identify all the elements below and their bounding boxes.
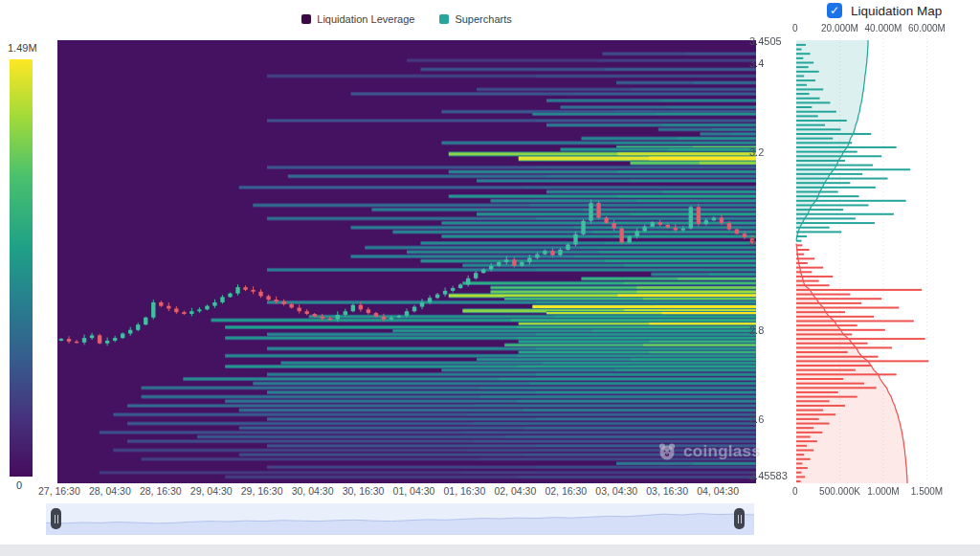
legend-item-liquidation-leverage[interactable]: Liquidation Leverage: [301, 13, 414, 25]
legend-label: Liquidation Leverage: [317, 13, 414, 25]
liquidation-map-axis-label: 1.000M: [860, 486, 906, 497]
legend-label: Supercharts: [455, 13, 511, 25]
liquidation-heatmap-canvas[interactable]: [57, 40, 756, 483]
liquidation-map-axis-label: 0: [792, 486, 798, 497]
liquidation-map-toggle[interactable]: ✓ Liquidation Map: [827, 3, 942, 18]
time-axis: 27, 16:3028, 04:3028, 16:3029, 04:3029, …: [38, 485, 739, 497]
time-tick-label: 01, 04:30: [393, 485, 435, 497]
price-tick-label: 2.8: [749, 324, 764, 336]
time-tick-label: 02, 16:30: [545, 485, 587, 497]
price-tick-label: 3.4: [749, 57, 764, 69]
legend-item-supercharts[interactable]: Supercharts: [439, 13, 511, 25]
colorbar-max-label: 1.49M: [8, 42, 37, 54]
liquidation-map-axis-label: 0: [792, 23, 798, 33]
watermark-text: coinglass: [683, 442, 761, 461]
price-tick-label: 3.2: [749, 146, 764, 158]
liquidation-map-toggle-label: Liquidation Map: [851, 4, 942, 18]
time-tick-label: 30, 04:30: [292, 485, 334, 497]
liquidation-map-canvas[interactable]: [794, 33, 976, 484]
range-navigator-canvas[interactable]: [46, 503, 754, 535]
checkbox-checked-icon[interactable]: ✓: [827, 3, 842, 18]
price-tick-label: 3.4505: [749, 35, 782, 47]
time-tick-label: 28, 16:30: [140, 485, 182, 497]
colorbar-min-label: 0: [16, 479, 22, 491]
liquidation-map-axis-label: 500.000K: [817, 486, 863, 497]
time-tick-label: 30, 16:30: [343, 485, 385, 497]
coinglass-bear-icon: [657, 441, 678, 462]
time-tick-label: 03, 04:30: [595, 485, 637, 497]
liquidation-leverage-swatch-icon: [301, 14, 311, 24]
time-tick-label: 02, 04:30: [494, 485, 536, 497]
time-tick-label: 01, 16:30: [444, 485, 486, 497]
navigator-right-handle[interactable]: [734, 508, 745, 529]
liquidation-map-axis-label: 60.000M: [904, 23, 950, 33]
time-tick-label: 03, 16:30: [646, 485, 688, 497]
horizontal-scrollbar-track[interactable]: [0, 545, 980, 556]
time-tick-label: 27, 16:30: [38, 485, 80, 497]
coinglass-watermark: coinglass: [657, 441, 761, 462]
liquidation-map-axis-label: 1.500M: [904, 486, 950, 497]
supercharts-swatch-icon: [439, 14, 449, 24]
price-tick-label: 2.6: [749, 413, 764, 425]
time-tick-label: 28, 04:30: [89, 485, 131, 497]
price-tick-label: 2.45583: [749, 470, 788, 481]
time-tick-label: 29, 04:30: [190, 485, 233, 497]
liquidation-heatmap-page: Liquidation Leverage Supercharts ✓ Liqui…: [0, 0, 980, 556]
liquidation-map-axis-label: 40.000M: [860, 23, 906, 33]
liquidation-map-axis-label: 20.000M: [817, 23, 863, 33]
chart-legend: Liquidation Leverage Supercharts: [57, 13, 756, 25]
navigator-left-handle[interactable]: [51, 508, 61, 529]
time-tick-label: 29, 16:30: [241, 485, 283, 497]
price-tick-label: 3: [749, 235, 755, 247]
colorbar-gradient: [10, 59, 33, 477]
time-tick-label: 04, 04:30: [697, 485, 739, 497]
